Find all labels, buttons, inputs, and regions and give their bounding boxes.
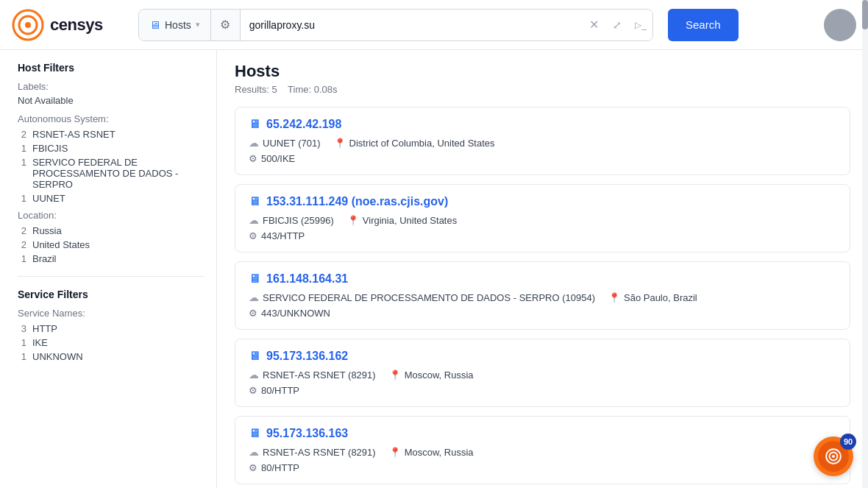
header: censys 🖥 Hosts ▾ ⚙ ✕ ⤢ ▷_ Search — [0, 0, 868, 50]
result-ip-link[interactable]: 🖥 161.148.164.31 — [249, 272, 836, 286]
search-clear-button[interactable]: ✕ — [582, 10, 605, 40]
logo-text: censys — [50, 15, 103, 35]
filter-name: SERVICO FEDERAL DE PROCESSAMENTO DE DADO… — [32, 157, 204, 190]
location-label: Location: — [18, 210, 204, 221]
result-meta-row: ☁ SERVICO FEDERAL DE PROCESSAMENTO DE DA… — [249, 291, 836, 303]
labels-value: Not Available — [18, 95, 204, 106]
filter-item[interactable]: 1SERVICO FEDERAL DE PROCESSAMENTO DE DAD… — [18, 155, 204, 191]
result-card: 🖥 153.31.111.249 (noe.ras.cjis.gov) ☁ FB… — [235, 184, 850, 252]
results-label: Results: — [235, 84, 269, 95]
filter-item[interactable]: 2Russia — [18, 224, 204, 238]
monitor-icon: 🖥 — [249, 350, 260, 363]
search-input[interactable] — [241, 10, 582, 40]
monitor-icon: 🖥 — [249, 427, 260, 440]
pin-icon: 📍 — [608, 292, 620, 303]
result-ip-link[interactable]: 🖥 95.173.136.162 — [249, 350, 836, 363]
result-asn: ☁ SERVICO FEDERAL DE PROCESSAMENTO DE DA… — [249, 291, 595, 303]
result-card: 🖥 95.173.136.162 ☁ RSNET-AS RSNET (8291)… — [235, 339, 850, 407]
service-name-list: 3HTTP1IKE1UNKNOWN — [18, 322, 204, 364]
service-filters-title: Service Filters — [18, 289, 204, 300]
scroll-thumb — [862, 0, 868, 29]
result-service: ⚙ 80/HTTP — [249, 462, 836, 473]
search-submit-button[interactable]: Search — [668, 9, 739, 41]
result-meta-row: ☁ RSNET-AS RSNET (8291) 📍 Moscow, Russia — [249, 369, 836, 381]
search-terminal-button[interactable]: ▷_ — [629, 10, 652, 40]
autonomous-system-label: Autonomous System: — [18, 113, 204, 124]
filter-count: 1 — [18, 157, 26, 168]
filter-name: UNKNOWN — [32, 351, 204, 362]
filter-item[interactable]: 1UNKNOWN — [18, 350, 204, 364]
result-ip-link[interactable]: 🖥 153.31.111.249 (noe.ras.cjis.gov) — [249, 195, 836, 208]
filter-count: 1 — [18, 193, 26, 204]
censys-logo-icon — [12, 9, 44, 41]
filter-name: Russia — [32, 225, 204, 236]
svg-point-2 — [25, 22, 31, 28]
filter-item[interactable]: 1UUNET — [18, 191, 204, 205]
filter-item[interactable]: 2RSNET-AS RSNET — [18, 127, 204, 141]
filter-item[interactable]: 1FBICJIS — [18, 141, 204, 155]
host-filters-title: Host Filters — [18, 62, 204, 74]
filter-item[interactable]: 2United States — [18, 238, 204, 252]
filter-count: 1 — [18, 351, 26, 362]
result-ip-link[interactable]: 🖥 65.242.42.198 — [249, 118, 836, 131]
time-label: Time: — [288, 84, 311, 95]
search-type-button[interactable]: 🖥 Hosts ▾ — [139, 10, 211, 40]
monitor-icon: 🖥 — [149, 18, 160, 31]
filter-name: IKE — [32, 337, 204, 348]
result-meta-row: ☁ FBICJIS (25996) 📍 Virginia, United Sta… — [249, 214, 836, 226]
filter-name: RSNET-AS RSNET — [32, 129, 204, 140]
filter-count: 2 — [18, 225, 26, 236]
filter-name: HTTP — [32, 323, 204, 334]
results-time: 0.08s — [314, 84, 338, 95]
labels-label: Labels: — [18, 81, 204, 92]
filter-count: 3 — [18, 323, 26, 334]
scroll-indicator — [862, 0, 868, 488]
content-title: Hosts — [235, 62, 850, 81]
sidebar-divider — [18, 276, 204, 277]
filter-count: 1 — [18, 337, 26, 348]
result-meta-row: ☁ UUNET (701) 📍 District of Columbia, Un… — [249, 137, 836, 149]
content-area: Hosts Results: 5 Time: 0.08s 🖥 65.242.42… — [217, 50, 868, 488]
autonomous-system-list: 2RSNET-AS RSNET1FBICJIS1SERVICO FEDERAL … — [18, 127, 204, 205]
result-asn: ☁ RSNET-AS RSNET (8291) — [249, 369, 376, 381]
result-card: 🖥 161.148.164.31 ☁ SERVICO FEDERAL DE PR… — [235, 261, 850, 330]
user-avatar[interactable] — [824, 9, 856, 41]
filter-item[interactable]: 1IKE — [18, 336, 204, 350]
pin-icon: 📍 — [389, 369, 401, 381]
censys-badge-button[interactable]: 90 — [814, 436, 853, 476]
results-container: 🖥 65.242.42.198 ☁ UUNET (701) 📍 District… — [235, 107, 850, 484]
content-meta: Results: 5 Time: 0.08s — [235, 84, 850, 95]
cloud-icon: ☁ — [249, 291, 259, 303]
gear-icon: ⚙ — [249, 230, 257, 241]
results-count: 5 — [272, 84, 277, 95]
cloud-icon: ☁ — [249, 369, 259, 381]
result-service: ⚙ 443/HTTP — [249, 230, 836, 241]
filter-count: 2 — [18, 129, 26, 140]
service-names-label: Service Names: — [18, 308, 204, 319]
search-settings-button[interactable]: ⚙ — [211, 10, 241, 40]
result-service: ⚙ 80/HTTP — [249, 385, 836, 396]
search-expand-button[interactable]: ⤢ — [605, 10, 629, 40]
monitor-icon: 🖥 — [249, 272, 260, 286]
filter-count: 1 — [18, 143, 26, 154]
result-card: 🖥 65.242.42.198 ☁ UUNET (701) 📍 District… — [235, 107, 850, 175]
terminal-icon: ▷_ — [635, 20, 647, 30]
result-meta-row: ☁ RSNET-AS RSNET (8291) 📍 Moscow, Russia — [249, 446, 836, 458]
filter-item[interactable]: 1Brazil — [18, 252, 204, 266]
result-location: 📍 São Paulo, Brazil — [608, 292, 697, 303]
pin-icon: 📍 — [334, 138, 346, 149]
filter-name: United States — [32, 239, 204, 250]
result-location: 📍 District of Columbia, United States — [334, 138, 495, 149]
filter-name: Brazil — [32, 253, 204, 264]
result-asn: ☁ UUNET (701) — [249, 137, 321, 149]
result-ip-link[interactable]: 🖥 95.173.136.163 — [249, 427, 836, 440]
gear-icon: ⚙ — [249, 308, 257, 319]
content-header: Hosts Results: 5 Time: 0.08s — [235, 62, 850, 95]
logo-area: censys — [12, 9, 129, 41]
clear-icon: ✕ — [589, 18, 599, 32]
result-location: 📍 Moscow, Russia — [389, 369, 474, 381]
monitor-icon: 🖥 — [249, 118, 260, 131]
result-location: 📍 Moscow, Russia — [389, 447, 474, 458]
filter-item[interactable]: 3HTTP — [18, 322, 204, 336]
badge-count: 90 — [840, 434, 856, 450]
